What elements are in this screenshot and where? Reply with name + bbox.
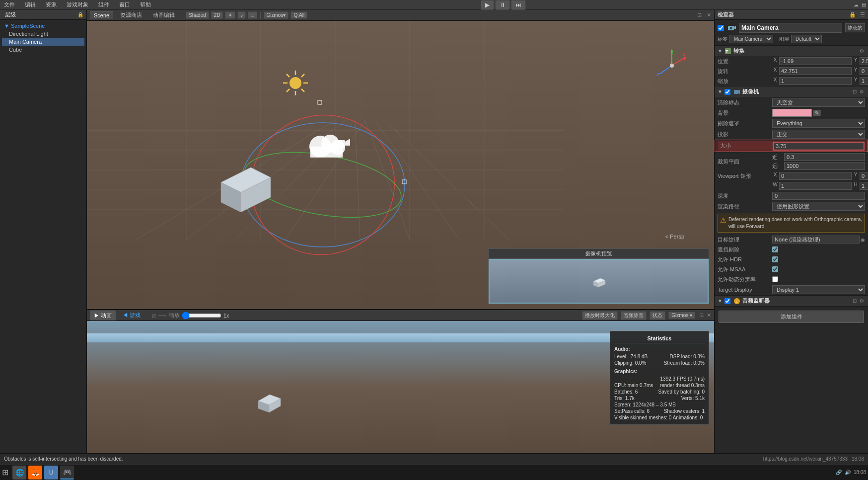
- size-input[interactable]: 3.75: [773, 142, 865, 151]
- taskbar-icon-2[interactable]: 🦊: [28, 466, 42, 480]
- game-viewport[interactable]: Statistics Audio: Level: -74.8 dB DSP lo…: [87, 321, 714, 453]
- scale-label: 缩放: [169, 312, 180, 319]
- far-input[interactable]: 1000: [784, 162, 865, 170]
- layer-select[interactable]: Default: [791, 35, 822, 43]
- game-gizmos-btn[interactable]: Gizmos ▾: [668, 312, 695, 319]
- occlusion-checkbox[interactable]: [772, 246, 778, 252]
- status-bar: Obstacles is self-intersecting and has b…: [0, 453, 868, 464]
- gizmos-btn[interactable]: Gizmos▾: [264, 11, 289, 19]
- maximize-scene-btn[interactable]: ⊡: [697, 12, 702, 18]
- vp-x-input[interactable]: 0: [779, 172, 852, 180]
- inspector-menu-icon[interactable]: ☰: [860, 11, 865, 18]
- menu-item-window[interactable]: 窗口: [117, 1, 132, 8]
- rot-x-input[interactable]: 42.751: [779, 67, 852, 75]
- stats-btn[interactable]: 状态: [650, 311, 665, 320]
- camera-ref-btn[interactable]: ⊡: [852, 89, 858, 94]
- vp-y-label: Y: [853, 172, 859, 180]
- sun-icon: [281, 68, 310, 98]
- audio-listener-header[interactable]: ▼ ♪ 音频监听器 ⊡ ⚙: [715, 296, 868, 306]
- scale-x-input[interactable]: 1: [779, 77, 852, 85]
- menu-item-help[interactable]: 帮助: [138, 1, 153, 8]
- transform-header[interactable]: ▼ T 转换 ⚙: [715, 46, 868, 56]
- camera-enabled-checkbox[interactable]: [724, 89, 730, 95]
- vp-w-input[interactable]: 1: [779, 182, 852, 190]
- audio-toggle[interactable]: ♪: [237, 11, 246, 19]
- close-scene-btn[interactable]: ✕: [707, 12, 711, 18]
- menu-item-edit[interactable]: 编辑: [23, 1, 38, 8]
- inspector-title: 检查器: [718, 11, 734, 18]
- add-component-button[interactable]: 添加组件: [719, 311, 864, 323]
- 2d-toggle[interactable]: 2D: [211, 11, 223, 19]
- vp-y-input[interactable]: 0: [860, 172, 868, 180]
- menu-item-asset[interactable]: 资源: [44, 1, 59, 8]
- menu-item-component[interactable]: 组件: [96, 1, 111, 8]
- menu-item-file[interactable]: 文件: [2, 1, 17, 8]
- search-all-btn[interactable]: Q:All: [290, 11, 307, 19]
- projection-select[interactable]: 正交: [772, 130, 865, 139]
- rot-y-input[interactable]: 0: [860, 67, 868, 75]
- mute-audio-btn[interactable]: 音频静音: [621, 311, 647, 320]
- static-dropdown-btn[interactable]: 静态的: [845, 23, 865, 32]
- render-path-select[interactable]: 使用图形设置: [772, 202, 865, 211]
- near-input[interactable]: 0.3: [784, 153, 865, 161]
- start-button[interactable]: ⊞: [2, 468, 8, 477]
- light-toggle[interactable]: ☀: [225, 11, 235, 19]
- panel-tab-lock[interactable]: 🔒: [77, 12, 83, 17]
- game-tab[interactable]: ▶ 动画: [90, 311, 116, 320]
- taskbar-icon-4[interactable]: 🎮: [60, 466, 74, 480]
- background-color-swatch[interactable]: [772, 109, 812, 117]
- panel-tab-hierarchy[interactable]: 层级: [3, 11, 18, 18]
- taskbar-icon-3[interactable]: U: [44, 466, 58, 480]
- target-texture-pick[interactable]: ◉: [861, 237, 865, 242]
- menu-item-gameobject[interactable]: 游戏对象: [65, 1, 90, 8]
- tag-select[interactable]: MainCamera: [729, 35, 773, 43]
- hierarchy-item-directional-light[interactable]: Directional Light: [2, 30, 84, 38]
- scene-viewport[interactable]: Y X Z < Persp: [87, 21, 714, 309]
- game-object-selector[interactable]: [158, 315, 167, 317]
- transform-settings-btn[interactable]: ⚙: [859, 48, 865, 54]
- step-button[interactable]: ⏭: [511, 0, 526, 10]
- scale-slider[interactable]: [182, 313, 221, 318]
- clear-flags-select[interactable]: 天空盒: [772, 98, 865, 107]
- dynamic-res-checkbox[interactable]: [772, 276, 778, 282]
- maximize-game-btn[interactable]: ⊡: [699, 312, 704, 319]
- camera-settings-btn[interactable]: ⚙: [859, 89, 865, 94]
- cull-mask-select[interactable]: Everything: [772, 119, 865, 128]
- shading-dropdown[interactable]: Shaded: [186, 11, 209, 19]
- fx-toggle[interactable]: □: [248, 11, 257, 19]
- animation-tab[interactable]: 动画编辑: [149, 10, 179, 20]
- pause-button[interactable]: ⏸: [495, 0, 510, 10]
- close-game-btn[interactable]: ✕: [707, 312, 711, 319]
- taskbar-time: 18:08: [854, 470, 866, 475]
- background-color-edit[interactable]: ✎: [813, 110, 821, 116]
- msaa-checkbox[interactable]: [772, 266, 778, 272]
- play-button[interactable]: ▶: [481, 0, 494, 10]
- audio-enabled-checkbox[interactable]: [724, 298, 730, 304]
- depth-input[interactable]: 0: [772, 192, 865, 200]
- audio-settings-btn[interactable]: ⚙: [859, 298, 865, 304]
- object-name-input[interactable]: Main Camera: [739, 23, 842, 33]
- vp-h-input[interactable]: 1: [860, 182, 868, 190]
- target-texture-input[interactable]: None (渲染器纹理): [772, 236, 860, 243]
- pos-y-input[interactable]: 2.56: [860, 57, 868, 65]
- target-texture-label: 目标纹理: [718, 236, 772, 243]
- hierarchy-item-1[interactable]: ▼ SampleScene: [2, 22, 84, 30]
- asset-store-tab[interactable]: 资源商店: [116, 10, 146, 20]
- pos-x-input[interactable]: -1.69: [779, 57, 852, 65]
- camera-header[interactable]: ▼ 摄像机 ⊡ ⚙: [715, 86, 868, 97]
- taskbar-icon-1[interactable]: 🌐: [12, 466, 26, 480]
- hierarchy-content: ▼ SampleScene Directional Light Main Cam…: [0, 20, 86, 453]
- cull-mask-label: 剔除遮罩: [718, 120, 772, 127]
- hierarchy-item-main-camera[interactable]: Main Camera: [2, 38, 84, 46]
- scale-y-input[interactable]: 1: [860, 77, 868, 85]
- maximize-playback-btn[interactable]: 播放时最大化: [582, 311, 618, 320]
- target-display-select[interactable]: Display 1: [772, 285, 865, 294]
- scene-tab[interactable]: Scene: [90, 11, 113, 19]
- audio-ref-btn[interactable]: ⊡: [852, 298, 858, 304]
- object-active-checkbox[interactable]: [718, 25, 724, 31]
- inspector-lock-icon[interactable]: 🔒: [849, 11, 856, 18]
- inspector-scroll-area[interactable]: Main Camera 静态的 标签 MainCamera 图层 Default: [715, 20, 868, 453]
- game-tab-2[interactable]: ◀ 游戏: [119, 311, 145, 320]
- hierarchy-item-cube[interactable]: Cube: [2, 46, 84, 54]
- hdr-checkbox[interactable]: [772, 256, 778, 262]
